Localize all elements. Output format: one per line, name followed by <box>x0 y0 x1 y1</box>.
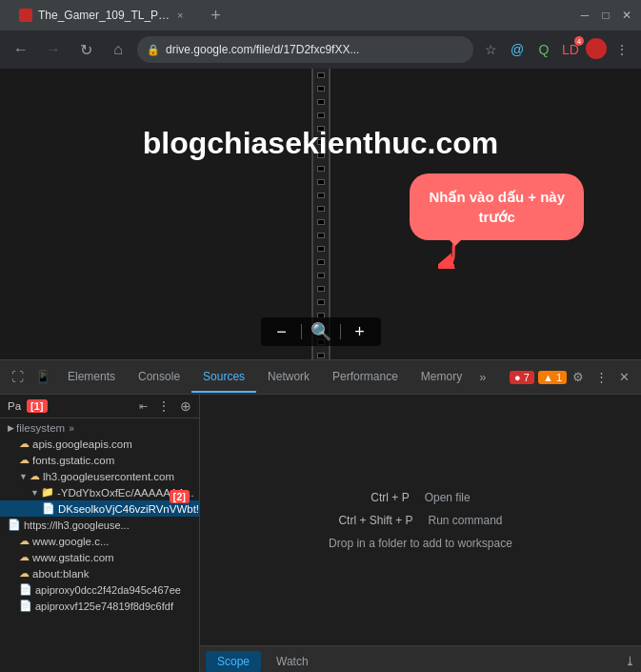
filesystem-label: filesystem <box>16 422 65 434</box>
shortcut-label-2: Run command <box>428 514 502 527</box>
file-icon: 📄 <box>42 502 55 515</box>
error-indicators: ● 7 ▲ 1 <box>510 371 567 384</box>
filesystem-item[interactable]: ▶ filesystem » <box>0 420 199 436</box>
close-window-button[interactable]: ✕ <box>620 9 633 22</box>
menu-button[interactable]: ⋮ <box>611 38 633 61</box>
tree-item-file-selected[interactable]: 📄 DKseolkoVjC46vziRVnVWbt! <box>0 500 199 517</box>
file-icon2: 📄 <box>8 519 21 531</box>
settings-button[interactable]: ⚙ <box>567 366 590 388</box>
shortcut-label-1: Open file <box>425 491 471 504</box>
apiproxy2-label: apiproxvf125e74819f8d9c6fdf <box>35 601 173 612</box>
tree-item-blank[interactable]: ☁ about:blank <box>0 565 199 581</box>
address-bar: ← → ↻ ⌂ 🔒 drive.google.com/file/d/17D2fx… <box>0 31 641 69</box>
address-actions: ☆ @ Q LD4 ⋮ <box>479 38 633 61</box>
sidebar-menu-icon[interactable]: ⋮ <box>157 398 170 414</box>
apiproxy1-label: apiproxy0dcc2f42da945c467ee <box>35 584 181 596</box>
tree-item-gstatic[interactable]: ☁ www.gstatic.com <box>0 549 199 565</box>
sidebar-header: Pa [1] ⇤ ⋮ ⊕ <box>0 395 199 418</box>
lh3-label: lh3.googleusercontent.com <box>43 471 174 482</box>
film-hole <box>317 99 325 105</box>
zoom-divider <box>301 324 302 339</box>
lh3-url-label: https://lh3.googleuse... <box>24 519 130 531</box>
shortcut-key-1: Ctrl + P <box>371 491 409 504</box>
tree-item-lh3-url[interactable]: 📄 https://lh3.googleuse... <box>0 517 199 533</box>
zoom-out-button[interactable]: − <box>270 322 293 342</box>
bookmark-button[interactable]: ☆ <box>479 38 502 61</box>
sidebar-collapse-icon[interactable]: ⇤ <box>139 400 148 413</box>
tree-item-apis[interactable]: ☁ apis.googleapis.com <box>0 436 199 452</box>
sources-main-panel: Ctrl + P Open file Ctrl + Shift + P Run … <box>200 395 641 672</box>
tab-sources[interactable]: Sources <box>191 362 256 393</box>
maximize-button[interactable]: □ <box>599 9 612 22</box>
expand-icon2: ▼ <box>19 472 28 481</box>
tab-performance[interactable]: Performance <box>321 362 410 393</box>
warning-count: ▲ 1 <box>538 371 567 384</box>
scope-end-icon[interactable]: ⤓ <box>625 654 635 668</box>
profile-avatar[interactable] <box>586 38 607 59</box>
devtools-tabs: Elements Console Sources Network Perform… <box>56 362 510 393</box>
tree-item-fonts[interactable]: ☁ fonts.gstatic.com <box>0 452 199 468</box>
browser-tab[interactable]: The_Gamer_109_TL_P1 - TV.png × <box>8 3 194 28</box>
window-controls: ─ □ ✕ <box>578 9 633 22</box>
film-hole <box>317 193 325 198</box>
film-strip <box>311 69 331 359</box>
zoom-divider2 <box>340 324 341 339</box>
watch-tab[interactable]: Watch <box>265 651 320 672</box>
film-hole <box>317 72 325 78</box>
tree-item-apiproxy2[interactable]: 📄 apiproxvf125e74819f8d9c6fdf <box>0 598 199 614</box>
home-button[interactable]: ⌂ <box>105 36 131 63</box>
apis-label: apis.googleapis.com <box>32 438 132 450</box>
more-tabs-button[interactable]: » <box>473 366 491 388</box>
film-hole <box>317 353 325 358</box>
tab-network[interactable]: Network <box>256 362 321 393</box>
cloud-icon5: ☁ <box>19 551 30 563</box>
fonts-label: fonts.gstatic.com <box>32 455 114 466</box>
sidebar-add-icon[interactable]: ⊕ <box>180 398 191 414</box>
new-tab-button[interactable]: + <box>202 2 229 29</box>
tab-elements[interactable]: Elements <box>56 362 127 393</box>
film-hole <box>317 286 325 292</box>
zoom-controls: − 🔍 + <box>261 317 381 346</box>
devtools-body: Pa [1] ⇤ ⋮ ⊕ ▶ filesystem » ☁ apis.googl… <box>0 395 641 672</box>
more-options-button[interactable]: ⋮ <box>590 366 613 388</box>
shortcut-key-2: Ctrl + Shift + P <box>338 514 412 527</box>
film-hole <box>317 219 325 225</box>
file-icon4: 📄 <box>19 600 32 612</box>
film-hole <box>317 86 325 92</box>
site-title: blogchiasekienthuc.com <box>0 126 641 161</box>
gstatic-label: www.gstatic.com <box>32 552 114 563</box>
url-box[interactable]: 🔒 drive.google.com/file/d/17D2fxc9fXX... <box>137 36 473 63</box>
tooltip-text: Nhấn vào dấu + nàytrước <box>429 189 565 225</box>
tab-close-button[interactable]: × <box>177 10 183 21</box>
viewport: blogchiasekienthuc.com Nhấn vào dấu + nà… <box>0 69 641 359</box>
sidebar-header-title: Pa <box>8 400 21 412</box>
back-button[interactable]: ← <box>8 36 34 63</box>
ext3-button[interactable]: LD4 <box>559 38 582 61</box>
scope-tab[interactable]: Scope <box>206 651 261 672</box>
minimize-button[interactable]: ─ <box>578 9 591 22</box>
cloud-icon3: ☁ <box>30 470 40 482</box>
cloud-icon: ☁ <box>19 438 30 450</box>
tab-console[interactable]: Console <box>127 362 191 393</box>
devtools-panel: ⛶ 📱 Elements Console Sources Network Per… <box>0 359 641 672</box>
tooltip-bubble: Nhấn vào dấu + nàytrước <box>410 173 584 240</box>
tree-item-lh3[interactable]: ▼ ☁ lh3.googleusercontent.com <box>0 468 199 484</box>
film-hole <box>317 166 325 172</box>
tree-item-apiproxy1[interactable]: 📄 apiproxy0dcc2f42da945c467ee <box>0 581 199 598</box>
expand-more-icon: » <box>69 423 74 434</box>
google-label: www.google.c... <box>32 536 110 547</box>
expand-icon: ▶ <box>8 423 14 433</box>
panel-number-1: [1] <box>27 399 47 413</box>
empty-workspace: Ctrl + P Open file Ctrl + Shift + P Run … <box>200 395 641 645</box>
url-text: drive.google.com/file/d/17D2fxc9fXX... <box>166 43 359 56</box>
tab-memory[interactable]: Memory <box>410 362 473 393</box>
ext2-button[interactable]: Q <box>532 38 555 61</box>
ext1-button[interactable]: @ <box>506 38 529 61</box>
reload-button[interactable]: ↻ <box>72 36 99 63</box>
close-devtools-button[interactable]: ✕ <box>613 366 635 388</box>
device-mode-button[interactable]: 📱 <box>30 366 56 388</box>
zoom-in-button[interactable]: + <box>349 322 371 342</box>
inspect-element-button[interactable]: ⛶ <box>6 366 30 388</box>
forward-button[interactable]: → <box>40 36 67 63</box>
tree-item-google[interactable]: ☁ www.google.c... <box>0 533 199 549</box>
